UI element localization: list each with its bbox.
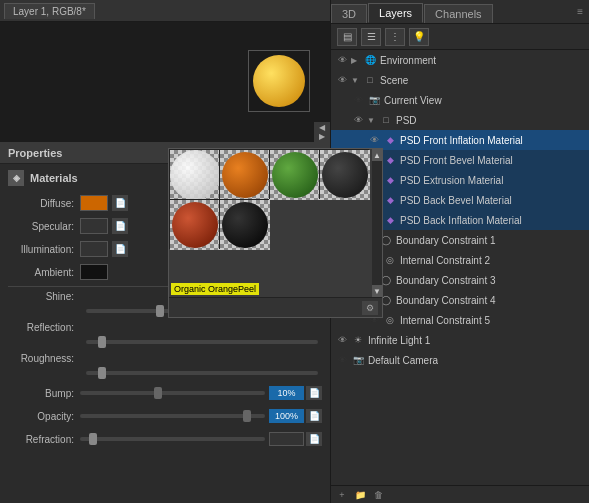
mat-cell-checker[interactable] — [169, 149, 219, 199]
opacity-value[interactable]: 100% — [269, 409, 304, 423]
layer-default-camera[interactable]: 👁 📷 Default Camera — [331, 350, 589, 370]
right-tab-bar: 3D Layers Channels ≡ — [331, 0, 589, 24]
mat-cell-green[interactable] — [269, 149, 319, 199]
eye-psd-front-inflation[interactable]: 👁 — [367, 133, 381, 147]
specular-label: Specular: — [8, 221, 80, 232]
label-boundary-1: Boundary Constraint 1 — [396, 235, 496, 246]
arrow-psd[interactable]: ▼ — [367, 116, 377, 125]
mat-cell-dark[interactable] — [219, 199, 269, 249]
layer-current-view[interactable]: 👁 📷 Current View — [331, 90, 589, 110]
illumination-file-btn[interactable]: 📄 — [112, 241, 128, 257]
mat-scroll-down[interactable]: ▼ — [372, 285, 382, 297]
label-internal-2: Internal Constraint 2 — [400, 255, 490, 266]
specular-file-btn[interactable]: 📄 — [112, 218, 128, 234]
eye-current-view[interactable]: 👁 — [351, 93, 365, 107]
roughness-label: Roughness: — [8, 353, 80, 364]
shine-thumb[interactable] — [156, 305, 164, 317]
eye-default-camera[interactable]: 👁 — [335, 353, 349, 367]
refraction-label: Refraction: — [8, 434, 80, 445]
refraction-row: Refraction: 📄 — [8, 430, 322, 448]
bump-row: Bump: 10% 📄 — [8, 384, 322, 402]
layer-environment[interactable]: 👁 ▶ 🌐 Environment — [331, 50, 589, 70]
panel-menu-icon[interactable]: ≡ — [571, 6, 589, 17]
specular-swatch[interactable] — [80, 218, 108, 234]
toolbar-btn-light[interactable]: 💡 — [409, 28, 429, 46]
material-thumbnail — [248, 50, 310, 112]
reflection-row: Reflection: — [8, 322, 322, 349]
shine-label: Shine: — [8, 291, 80, 302]
icon-internal-2: ◎ — [383, 253, 397, 267]
mat-cell-black[interactable] — [319, 149, 369, 199]
label-psd-back-inflation: PSD Back Inflation Material — [400, 215, 522, 226]
ambient-label: Ambient: — [8, 267, 80, 278]
tab-bar: Layer 1, RGB/8* — [0, 0, 330, 22]
ambient-swatch[interactable] — [80, 264, 108, 280]
opacity-file-btn[interactable]: 📄 — [306, 409, 322, 423]
arrow-environment[interactable]: ▶ — [351, 56, 361, 65]
canvas-area — [0, 22, 330, 142]
roughness-row: Roughness: — [8, 353, 322, 380]
opacity-label: Opacity: — [8, 411, 80, 422]
icon-psd-extrusion: ◆ — [383, 173, 397, 187]
eye-infinite-light[interactable]: 👁 — [335, 333, 349, 347]
canvas-tab[interactable]: Layer 1, RGB/8* — [4, 3, 95, 19]
icon-internal-5: ◎ — [383, 313, 397, 327]
materials-title: Materials — [30, 172, 78, 184]
diffuse-label: Diffuse: — [8, 198, 80, 209]
arrow-scene[interactable]: ▼ — [351, 76, 361, 85]
icon-psd-back-bevel: ◆ — [383, 193, 397, 207]
add-layer-btn[interactable]: + — [335, 488, 349, 502]
mat-gear-btn[interactable]: ⚙ — [362, 301, 378, 315]
bump-value[interactable]: 10% — [269, 386, 304, 400]
bump-file-btn[interactable]: 📄 — [306, 386, 322, 400]
label-psd-front-bevel: PSD Front Bevel Material — [400, 155, 513, 166]
diffuse-swatch[interactable] — [80, 195, 108, 211]
roughness-thumb[interactable] — [98, 367, 106, 379]
diffuse-file-btn[interactable]: 📄 — [112, 195, 128, 211]
icon-psd-front-inflation: ◆ — [383, 133, 397, 147]
material-name-label: Organic OrangePeel — [171, 283, 259, 295]
tab-3d[interactable]: 3D — [331, 4, 367, 23]
mat-cell-brick[interactable] — [169, 199, 219, 249]
panel-separator: ◀ ▶ — [314, 122, 330, 142]
layer-infinite-light[interactable]: 👁 ☀ Infinite Light 1 — [331, 330, 589, 350]
icon-current-view: 📷 — [367, 93, 381, 107]
label-psd: PSD — [396, 115, 417, 126]
reflection-thumb[interactable] — [98, 336, 106, 348]
refraction-thumb[interactable] — [89, 433, 97, 445]
folder-btn[interactable]: 📁 — [353, 488, 367, 502]
material-picker-popup: Organic OrangePeel ▲ ▼ ⚙ — [168, 148, 383, 318]
label-psd-extrusion: PSD Extrusion Material — [400, 175, 503, 186]
materials-icon: ◈ — [8, 170, 24, 186]
layer-scene[interactable]: 👁 ▼ □ Scene — [331, 70, 589, 90]
eye-scene[interactable]: 👁 — [335, 73, 349, 87]
layer-psd[interactable]: 👁 ▼ □ PSD — [331, 110, 589, 130]
label-current-view: Current View — [384, 95, 442, 106]
delete-btn[interactable]: 🗑 — [371, 488, 385, 502]
icon-scene: □ — [363, 73, 377, 87]
icon-psd-front-bevel: ◆ — [383, 153, 397, 167]
toolbar-btn-filter[interactable]: ▤ — [337, 28, 357, 46]
toolbar-btn-more[interactable]: ⋮ — [385, 28, 405, 46]
toolbar-btn-list[interactable]: ☰ — [361, 28, 381, 46]
mat-cell-orange[interactable] — [219, 149, 269, 199]
left-panel: Layer 1, RGB/8* ◀ ▶ Properties ◀ ▶ ◈ Mat… — [0, 0, 330, 503]
opacity-thumb[interactable] — [243, 410, 251, 422]
eye-psd[interactable]: 👁 — [351, 113, 365, 127]
refraction-file-btn[interactable]: 📄 — [306, 432, 322, 446]
icon-default-camera: 📷 — [351, 353, 365, 367]
tab-channels[interactable]: Channels — [424, 4, 492, 23]
illumination-swatch[interactable] — [80, 241, 108, 257]
label-boundary-4: Boundary Constraint 4 — [396, 295, 496, 306]
label-environment: Environment — [380, 55, 436, 66]
icon-psd-back-inflation: ◆ — [383, 213, 397, 227]
mat-scroll-up[interactable]: ▲ — [372, 149, 382, 161]
label-psd-back-bevel: PSD Back Bevel Material — [400, 195, 512, 206]
layer-psd-front-inflation[interactable]: 👁 ◆ PSD Front Inflation Material — [331, 130, 589, 150]
layers-toolbar: ▤ ☰ ⋮ 💡 — [331, 24, 589, 50]
eye-environment[interactable]: 👁 — [335, 53, 349, 67]
label-default-camera: Default Camera — [368, 355, 438, 366]
bump-thumb[interactable] — [154, 387, 162, 399]
tab-layers[interactable]: Layers — [368, 3, 423, 23]
reflection-label: Reflection: — [8, 322, 80, 333]
